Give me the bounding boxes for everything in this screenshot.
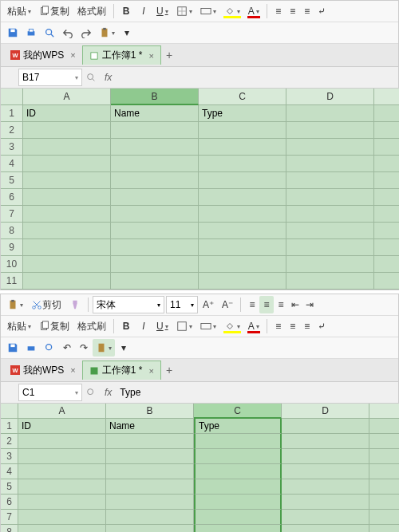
cell[interactable] [23,239,111,256]
cell[interactable] [282,464,369,479]
print-button[interactable] [22,24,40,41]
cell[interactable] [374,156,399,172]
save-button[interactable] [4,339,22,357]
cell[interactable] [199,189,286,206]
align-right-button[interactable]: ≡ [300,317,314,335]
column-header[interactable]: B [106,404,194,419]
qa-more-button[interactable]: ▾ [116,339,132,357]
column-header[interactable]: C [194,404,282,419]
column-header[interactable]: D [282,404,369,419]
row-header[interactable]: 9 [1,239,23,256]
cell[interactable]: Type [199,105,286,122]
formula-input[interactable] [117,69,397,86]
row-header[interactable]: 3 [1,139,23,156]
tab-my-wps[interactable]: W 我的WPS × [4,361,82,380]
font-color-button[interactable]: A [245,317,263,335]
cell[interactable] [282,419,369,434]
cell[interactable] [286,172,374,189]
align-bottom-button[interactable]: ≡ [300,2,314,20]
cell[interactable] [286,122,374,139]
cell[interactable] [23,223,111,239]
fill-color-button[interactable] [221,2,243,20]
cancel-fx-button[interactable] [82,69,100,86]
row-header[interactable]: 2 [1,434,18,449]
cell[interactable] [23,189,111,206]
cell[interactable] [111,239,199,256]
new-tab-button[interactable]: + [161,47,177,63]
cell[interactable] [282,479,369,495]
row-header[interactable]: 8 [1,223,23,239]
cell[interactable] [199,273,286,290]
cell[interactable]: ID [23,105,111,122]
cell[interactable] [199,206,286,223]
borders-button[interactable] [173,317,196,335]
new-tab-button[interactable]: + [161,362,177,378]
paste-button[interactable] [4,296,26,313]
cell[interactable] [23,139,111,156]
cell[interactable] [374,206,399,223]
cell[interactable] [369,449,399,464]
cell[interactable] [199,256,286,273]
cell[interactable] [111,172,199,189]
fx-icon[interactable]: fx [105,387,112,398]
row-header[interactable]: 8 [1,525,18,532]
copy-button[interactable]: 复制 [36,317,73,335]
row-header[interactable]: 11 [1,273,23,290]
cell[interactable] [23,172,111,189]
cell[interactable] [111,122,199,139]
row-header[interactable]: 5 [1,172,23,189]
tab-close[interactable]: × [148,366,153,376]
print-button[interactable] [22,339,40,357]
undo-button[interactable]: ↶ [59,339,75,357]
italic-button[interactable]: I [136,317,152,335]
redo-button[interactable]: ↷ [76,339,92,357]
merge-button[interactable] [197,317,219,335]
tab-workbook[interactable]: 工作簿1 * × [82,361,161,380]
cell[interactable] [111,223,199,239]
select-all-corner[interactable] [1,404,18,419]
cell[interactable] [23,122,111,139]
row-header[interactable]: 1 [1,105,23,122]
cell[interactable] [23,206,111,223]
row-header[interactable]: 6 [1,189,23,206]
cell[interactable] [374,256,399,273]
font-family-combo[interactable]: 宋体 ▾ [93,296,164,313]
tab-close[interactable]: × [70,50,75,60]
save-button[interactable] [4,24,22,41]
cell[interactable] [374,105,399,122]
cell[interactable] [282,525,369,532]
grow-font-button[interactable]: A⁺ [200,296,217,313]
row-header[interactable]: 7 [1,510,18,525]
cell[interactable] [194,464,282,479]
fill-color-button[interactable] [221,317,243,335]
cell[interactable] [369,510,399,525]
cell[interactable] [194,479,282,495]
column-header[interactable] [369,404,399,419]
tab-workbook[interactable]: 工作簿1 * × [82,45,161,65]
row-header[interactable]: 5 [1,479,18,495]
cell[interactable] [106,495,194,510]
cell[interactable] [374,172,399,189]
align-center-button[interactable]: ≡ [286,317,300,335]
cell[interactable] [111,139,199,156]
cell[interactable] [369,479,399,495]
column-header[interactable]: A [18,404,106,419]
row-header[interactable]: 4 [1,464,18,479]
cell[interactable] [23,256,111,273]
cell[interactable] [374,273,399,290]
row-header[interactable]: 10 [1,256,23,273]
cell[interactable] [23,273,111,290]
row-header[interactable]: 4 [1,156,23,172]
cell[interactable] [199,122,286,139]
cancel-fx-button[interactable] [82,384,100,401]
cell[interactable] [369,464,399,479]
print-preview-button[interactable] [41,339,58,357]
paste-button[interactable]: 粘贴 [4,2,34,20]
cell[interactable] [286,156,374,172]
cell[interactable]: Type [194,419,282,434]
cell[interactable]: Name [106,419,194,434]
cell[interactable] [282,449,369,464]
shrink-font-button[interactable]: A⁻ [219,296,236,313]
cell[interactable] [374,223,399,239]
paste-qa-button[interactable] [96,24,118,41]
